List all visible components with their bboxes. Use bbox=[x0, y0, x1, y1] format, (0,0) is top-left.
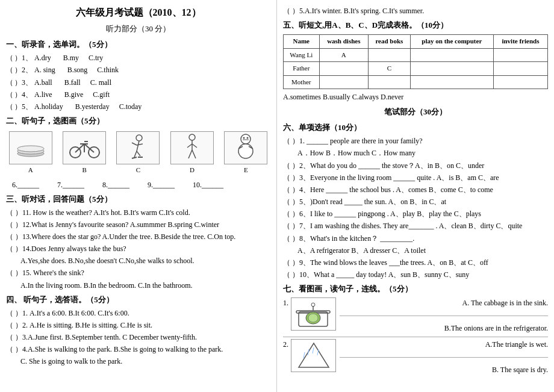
table-header: wash dishes bbox=[319, 34, 369, 48]
section7-text2b: B. The sqare is dry. bbox=[340, 364, 548, 376]
list-item: （ ）3.A.June first. B.September tenth. C … bbox=[6, 332, 270, 343]
list-item: （ ）1. A.It's a 6:00. B.It 6:00. C.It's 6… bbox=[6, 308, 270, 319]
section6-title: 六、单项选择（10分） bbox=[283, 122, 548, 134]
listening-title: 听力部分（30 分） bbox=[6, 23, 270, 36]
blank-9: 9.______ bbox=[148, 179, 175, 191]
list-item: A.In the living room. B.In the bedroom. … bbox=[20, 280, 270, 291]
image-box-e bbox=[224, 131, 267, 164]
list-item: C. She is going to walk to the park. bbox=[20, 356, 270, 367]
list-item: （ ）2、What do you do ______ the stove？A、i… bbox=[283, 160, 548, 172]
svg-point-27 bbox=[246, 137, 248, 139]
list-item: （ ）2、 A. sing B.songC.think bbox=[6, 64, 270, 76]
image-item-c: C bbox=[116, 131, 160, 176]
svg-line-16 bbox=[132, 157, 137, 158]
blank-6: 6.______ bbox=[12, 179, 39, 191]
list-item: （ ）5、 A.holiday B.yesterdayC.today bbox=[6, 101, 270, 113]
table-row: Wang Li A bbox=[284, 48, 548, 62]
divider bbox=[283, 337, 548, 337]
left-column: 六年级月考试题（2010、12） 听力部分（30 分） 一、听录音，选单词。（5… bbox=[0, 0, 277, 392]
svg-line-13 bbox=[137, 144, 143, 145]
table-note: A.sometimes B.usually C.always D.never bbox=[283, 92, 548, 103]
section1-items: （ ）1、 A.dry B.myC.try （ ）2、 A. sing B.so… bbox=[6, 52, 270, 113]
snowman-icon bbox=[235, 133, 257, 162]
list-item: （ ）7、I am washing the dishes. They are__… bbox=[283, 220, 548, 232]
svg-point-25 bbox=[238, 144, 253, 158]
list-item: （ ）4、 A.live B.giveC.gift bbox=[6, 89, 270, 101]
svg-point-24 bbox=[241, 134, 251, 144]
section3-items: （ ）11. How is the weather? A.It's hot. B… bbox=[6, 207, 270, 291]
section4-items: （ ）1. A.It's a 6:00. B.It 6:00. C.It's 6… bbox=[6, 308, 270, 368]
list-item: （ ）13.Where does the star go? A.Under th… bbox=[6, 231, 270, 243]
blank-7: 7.______ bbox=[57, 179, 84, 191]
divider bbox=[340, 357, 548, 358]
image-box-c bbox=[116, 131, 160, 164]
list-item: （ ）14.Does Jenny always take the bus? bbox=[6, 243, 270, 255]
list-item: （ ）1. ______ people are there in your fa… bbox=[283, 135, 548, 147]
section4-title: 四、 听句子，选答语。（5分） bbox=[6, 294, 270, 306]
section7-text2a: A.The triangle is wet. bbox=[340, 339, 548, 350]
section1-title: 一、听录音，选单词。（5分） bbox=[6, 39, 270, 51]
divider bbox=[340, 316, 548, 316]
svg-line-15 bbox=[137, 151, 140, 156]
images-row: A B bbox=[6, 131, 270, 176]
section2-title: 二、听句子，选图画（5分） bbox=[6, 115, 270, 128]
right-column: （ ）5.A.It's winter. B.It's spring. C.It'… bbox=[277, 0, 554, 392]
svg-line-22 bbox=[188, 150, 192, 158]
image-label-e: E bbox=[244, 165, 248, 176]
image-label-d: D bbox=[190, 165, 195, 176]
section7-item1: 1. A. The cabbage is in the sink. B.The … bbox=[283, 297, 548, 334]
list-item: （ ）3、Everyone in the living room ______ … bbox=[283, 172, 548, 184]
table-header: invite friends bbox=[493, 34, 547, 48]
image-label-c: C bbox=[136, 165, 140, 176]
svg-line-21 bbox=[192, 144, 197, 148]
image-item-a: A bbox=[9, 131, 52, 176]
image-box-b bbox=[63, 131, 106, 164]
svg-point-26 bbox=[243, 137, 244, 139]
section7-text1a: A. The cabbage is in the sink. bbox=[340, 297, 548, 309]
page: 六年级月考试题（2010、12） 听力部分（30 分） 一、听录音，选单词。（5… bbox=[0, 0, 554, 392]
list-item: A．How B．How much C．How many bbox=[297, 148, 548, 159]
section7-item2: 2. A.The triangle is wet. B. The sqare i… bbox=[283, 339, 548, 376]
svg-point-10 bbox=[136, 135, 142, 141]
list-item: （ ）4、Here ______ the school bus . A、come… bbox=[283, 184, 548, 196]
image-box-a bbox=[9, 131, 52, 164]
list-item: （ ）6、I like to ______ pingpong . A、play … bbox=[283, 208, 548, 220]
list-item: （ ）3、 A.ball B.fallC. mall bbox=[6, 77, 270, 89]
section6-items: （ ）1. ______ people are there in your fa… bbox=[283, 135, 548, 281]
sink-cabbage-icon bbox=[294, 300, 333, 329]
image-item-b: B bbox=[63, 131, 106, 176]
score-table: Name wash dishes read boks play on the c… bbox=[283, 34, 548, 89]
image-box-sink bbox=[291, 297, 336, 331]
skater-icon bbox=[126, 134, 150, 161]
list-item: （ ）9、The wind blows the leaves ___the tr… bbox=[283, 257, 548, 269]
list-item: （ ）5.A.It's winter. B.It's spring. C.It'… bbox=[283, 5, 548, 17]
girl-icon bbox=[181, 133, 202, 162]
table-row: Mother bbox=[284, 75, 548, 89]
list-item: A.Yes,she does. B.No,she doesn't C.No,sh… bbox=[20, 255, 270, 267]
list-item: （ ）10、What a _____ day today! A、sun B、su… bbox=[283, 269, 548, 281]
blank-10: 10.______ bbox=[193, 179, 223, 191]
svg-point-2 bbox=[17, 146, 44, 152]
list-item: （ ）11. How is the weather? A.It's hot. B… bbox=[6, 207, 270, 219]
svg-point-36 bbox=[308, 314, 318, 322]
page-title: 六年级月考试题（2010、12） bbox=[6, 5, 270, 20]
list-item: （ ）15. Where's the sink? bbox=[6, 267, 270, 279]
plates-icon bbox=[16, 135, 46, 160]
triangle-icon bbox=[296, 340, 332, 370]
list-item: （ ）1、 A.dry B.myC.try bbox=[6, 52, 270, 64]
svg-line-12 bbox=[132, 143, 137, 145]
svg-point-18 bbox=[189, 134, 195, 140]
section5-title: 五、听短文,用A、B、C、D完成表格。（10分） bbox=[283, 19, 548, 32]
image-item-e: E bbox=[224, 131, 267, 176]
image-box-triangle bbox=[291, 339, 336, 372]
table-header: Name bbox=[284, 34, 320, 48]
image-item-d: D bbox=[170, 131, 214, 176]
written-title: 笔试部分（30分） bbox=[283, 106, 548, 119]
list-item: （ ）4.A.She is walking to the park. B.She… bbox=[6, 344, 270, 355]
list-item: （ ）8、What's in the kitchen？ _________. bbox=[283, 233, 548, 244]
table-header: read boks bbox=[369, 34, 411, 48]
blank-8: 8.______ bbox=[102, 179, 129, 191]
svg-line-20 bbox=[187, 144, 192, 148]
blank-row: 6.______ 7.______ 8.______ 9.______ 10._… bbox=[12, 179, 270, 191]
bicycle-icon bbox=[68, 135, 101, 160]
